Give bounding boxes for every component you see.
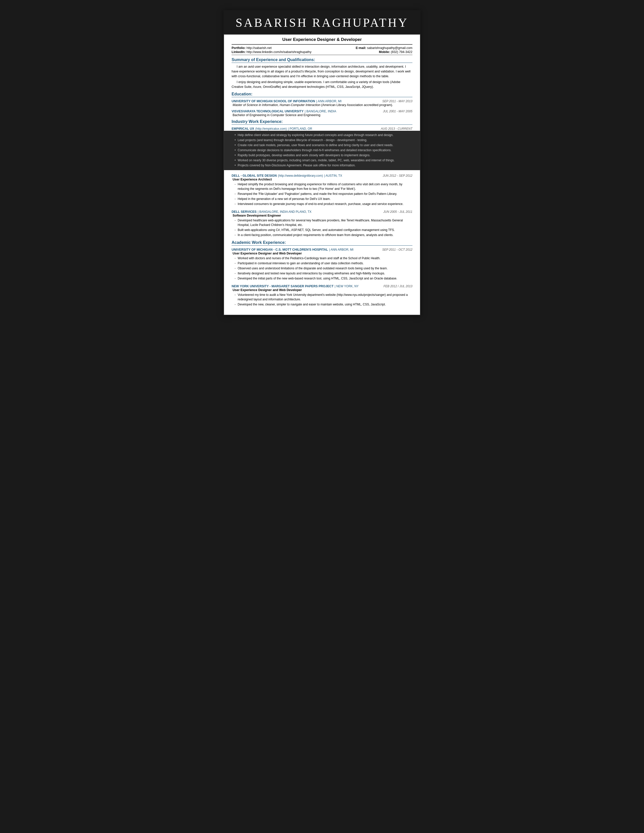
work-location-dell-global: AUSTIN, TX [325,174,342,177]
work-location-umich-mott: ANN ARBOR, MI [331,248,354,251]
work-company-line-dell-global: DELL - GLOBAL SITE DESIGN (http://www.de… [232,173,412,178]
job-title: User Experience Designer & Developer [232,37,412,42]
summary-p2: I enjoy designing and developing simple,… [232,80,412,89]
content-area: User Experience Designer & Developer Por… [224,34,420,315]
work-company-line-nyu-sanger: NEW YORK UNIVERSITY - MARGARET SANGER PA… [232,284,412,288]
resume-page: SABARISH RAGHUPATHY User Experience Desi… [224,10,420,315]
mobile-line: Mobile: (832) 794-3422 [356,50,412,54]
contact-right: E-mail: sabarishraghupathy@gmail.com Mob… [356,46,412,54]
contact-left: Portfolio: http://sabarish.net LinkedIn:… [232,46,311,54]
dell-global-bullets: Helped simplify the product browsing and… [232,182,412,206]
work-company-info-nyu-sanger: NEW YORK UNIVERSITY - MARGARET SANGER PA… [232,284,359,288]
work-entry-umich-mott: UNIVERSITY OF MICHIGAN - C.S. MOTT CHILD… [232,247,412,281]
edu-degree-text-1: Bachelor of Engineering in Computer Scie… [233,113,320,117]
empirical-bullet-3: Communicate design decisions to stakehol… [235,148,412,153]
empirical-bullet-4: Rapidly build prototypes, develop websit… [235,153,412,158]
work-company-info-umich-mott: UNIVERSITY OF MICHIGAN - C.S. MOTT CHILD… [232,247,354,252]
empirical-bullets: Help define client vision and strategy b… [232,133,412,167]
work-location-empirical: PORTLAND, OR [290,127,312,130]
work-date-dell-global: JUN 2012 - SEP 2012 [383,174,412,177]
dell-services-bullet-1: Built web-applications using C#, HTML, A… [235,228,412,232]
work-location-nyu-sanger: NEW YORK, NY [336,285,358,288]
edu-degree-1: Bachelor of Engineering in Computer Scie… [233,113,412,117]
mobile-label: Mobile: [379,50,390,54]
work-title-dell-global: User Experience Architect [233,178,412,181]
empirical-bullet-2: Create role and task models, personas, u… [235,143,412,148]
work-date-nyu-sanger: FEB 2012 / JUL 2013 [383,285,412,288]
edu-school-location-0: ANN ARBOR, MI [318,100,341,103]
linkedin-value: http://www.linkedin.com/in/sabarishraghu… [246,50,311,54]
work-title-nyu-sanger: User Experience Designer and Web Develop… [233,288,412,292]
portfolio-line: Portfolio: http://sabarish.net [232,46,311,50]
industry-work-section: Industry Work Experience: EMPIRICAL UX (… [232,119,412,237]
education-section: Education: UNIVERSITY OF MICHIGAN SCHOOL… [232,92,412,117]
work-company-name-dell-services: DELL SERVICES [232,210,257,214]
edu-school-info-0: UNIVERSITY OF MICHIGAN SCHOOL OF INFORMA… [232,99,342,103]
empirical-bullet-1: Lead projects (and teams) through iterat… [235,138,412,142]
portfolio-value: http://sabarish.net [246,46,272,50]
edu-entry-0: UNIVERSITY OF MICHIGAN SCHOOL OF INFORMA… [232,99,412,107]
dell-services-bullet-0: Developed healthcare web-applications fo… [235,218,412,227]
edu-date-1: JUL 2001 - MAY 2005 [383,109,412,113]
summary-title: Summary of Experience and Qualifications… [232,58,412,63]
work-company-name-empirical: EMPIRICAL UX [232,127,254,130]
work-company-name-dell-global: DELL - GLOBAL SITE DESIGN [232,174,277,177]
email-line: E-mail: sabarishraghupathy@gmail.com [356,46,412,50]
nyu-sanger-bullet-0: Volunteered my time to audit a New York … [235,293,412,302]
candidate-name: SABARISH RAGHUPATHY [229,16,415,29]
work-company-info-dell-global: DELL - GLOBAL SITE DESIGN (http://www.de… [232,173,342,178]
nyu-sanger-bullet-1: Developed the new, cleaner, simpler to n… [235,302,412,307]
edu-school-name-0: UNIVERSITY OF MICHIGAN SCHOOL OF INFORMA… [232,100,315,103]
work-company-name-nyu-sanger: NEW YORK UNIVERSITY - MARGARET SANGER PA… [232,285,333,288]
work-title-dell-services: Software Development Engineer [233,214,412,217]
work-entry-dell-services: DELL SERVICES | BANGALORE, INDIA AND PLA… [232,209,412,237]
work-entry-nyu-sanger: NEW YORK UNIVERSITY - MARGARET SANGER PA… [232,284,412,307]
summary-section: Summary of Experience and Qualifications… [232,58,412,89]
work-company-url-empirical: (http://empiricalux.com) [255,127,287,130]
umich-mott-bullet-1: Participated in contextual interviews to… [235,261,412,265]
academic-work-title: Academic Work Experience: [232,240,412,246]
edu-school-name-1: VISVESVARAYA TECHNOLOGICAL UNIVERSITY [232,109,304,113]
work-entry-empirical: EMPIRICAL UX (http://empiricalux.com) | … [232,126,412,170]
edu-school-info-1: VISVESVARAYA TECHNOLOGICAL UNIVERSITY | … [232,109,336,113]
summary-text: I am an avid user experience specialist … [232,64,412,89]
header-section: SABARISH RAGHUPATHY [224,10,420,34]
work-company-line-dell-services: DELL SERVICES | BANGALORE, INDIA AND PLA… [232,209,412,214]
umich-mott-bullet-2: Observed uses and understood limitations… [235,266,412,270]
education-title: Education: [232,92,412,97]
subtitle-bar: User Experience Designer & Developer [232,35,412,45]
work-entry-dell-global: DELL - GLOBAL SITE DESIGN (http://www.de… [232,173,412,206]
dell-global-bullet-0: Helped simplify the product browsing and… [235,182,412,191]
empirical-bullet-0: Help define client vision and strategy b… [235,133,412,137]
work-date-dell-services: JUN 2005 - JUL 2011 [383,210,412,214]
academic-work-section: Academic Work Experience: UNIVERSITY OF … [232,240,412,307]
work-company-name-umich-mott: UNIVERSITY OF MICHIGAN - C.S. MOTT CHILD… [232,248,328,251]
contact-row: Portfolio: http://sabarish.net LinkedIn:… [232,45,412,55]
nyu-sanger-bullets: Volunteered my time to audit a New York … [232,293,412,307]
umich-mott-bullet-0: Worked with doctors and nurses of the Pe… [235,256,412,261]
industry-work-title: Industry Work Experience: [232,119,412,125]
summary-p1: I am an avid user experience specialist … [232,64,412,79]
edu-entry-1: VISVESVARAYA TECHNOLOGICAL UNIVERSITY | … [232,109,412,117]
umich-mott-bullets: Worked with doctors and nurses of the Pe… [232,256,412,281]
edu-degree-em-0: Master of Science in Information, Human-… [233,103,320,107]
work-company-line-empirical: EMPIRICAL UX (http://empiricalux.com) | … [232,126,412,131]
email-value: sabarishraghupathy@gmail.com [367,46,412,50]
edu-school-line-1: VISVESVARAYA TECHNOLOGICAL UNIVERSITY | … [232,109,412,113]
edu-degree-0: Master of Science in Information, Human-… [233,103,412,107]
edu-school-line-0: UNIVERSITY OF MICHIGAN SCHOOL OF INFORMA… [232,99,412,103]
dell-services-bullets: Developed healthcare web-applications fo… [232,218,412,237]
dell-global-bullet-3: Interviewed consumers to generate journe… [235,202,412,206]
empirical-bullet-6: Projects covered by Non-Disclosure Agree… [235,163,412,167]
umich-mott-bullet-3: Iteratively designed and tested new layo… [235,271,412,276]
work-title-umich-mott: User Experience Designer and Web Develop… [233,252,412,255]
dell-global-bullet-1: Revamped the 'File-Uploader' and 'Pagina… [235,191,412,196]
empirical-bullet-5: Worked on nearly 30 diverse projects, in… [235,158,412,162]
linkedin-line: LinkedIn: http://www.linkedin.com/in/sab… [232,50,311,54]
edu-school-location-1: BANGALORE, INDIA [306,109,336,113]
edu-degree-suffix-0: (American Library Association accredited… [320,103,393,107]
portfolio-label: Portfolio: [232,46,246,50]
work-location-dell-services: BANGALORE, INDIA AND PLANO, TX [259,210,312,214]
work-company-url-dell-global: (http://www.delldesignlibrary.com) [278,174,323,177]
work-company-info-empirical: EMPIRICAL UX (http://empiricalux.com) | … [232,126,312,131]
